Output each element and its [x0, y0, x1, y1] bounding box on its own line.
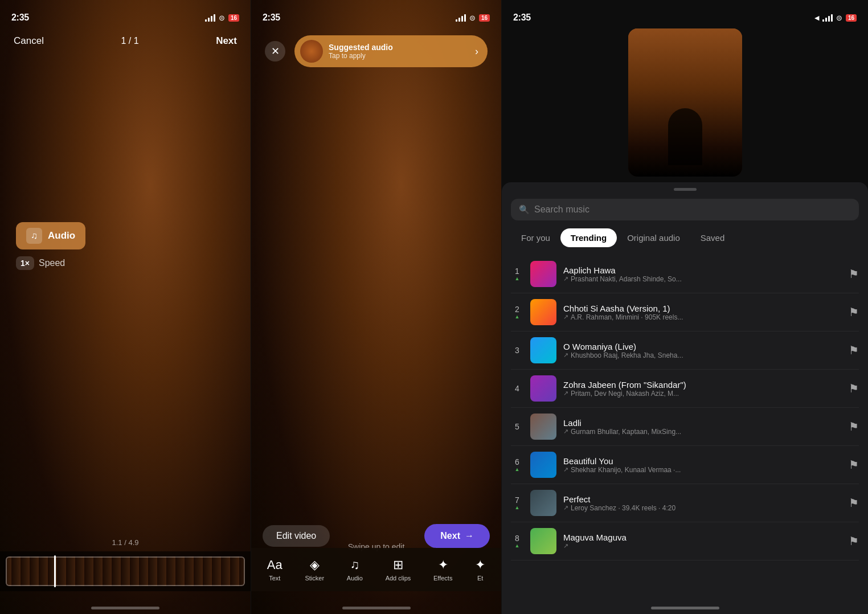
edit-bar: Edit video Next → [251, 524, 501, 548]
song-title: Zohra Jabeen (From "Sikandar") [563, 380, 842, 390]
cancel-button[interactable]: Cancel [14, 35, 44, 47]
song-item-6[interactable]: 6 ▲ Beautiful You ↗ Shekhar Khanijo, Kun… [511, 446, 859, 484]
song-item-8[interactable]: 8 ▲ Maguva Maguva ↗ ⚑ [511, 522, 859, 560]
song-rank-group: 8 ▲ [511, 534, 523, 548]
panel2-battery-badge: 16 [479, 14, 490, 22]
song-title: Maguva Maguva [563, 533, 842, 542]
song-title: Aaplich Hawa [563, 265, 842, 275]
toolbar-more[interactable]: ✦ Et [475, 558, 485, 582]
toolbar-add-clips[interactable]: ⊞ Add clips [386, 558, 411, 582]
next-arrow-icon: → [465, 531, 474, 541]
panel2-header: ✕ Suggested audio Tap to apply › [251, 30, 501, 73]
song-meta: ↗ Shekhar Khanijo, Kunaal Vermaa ·... [563, 466, 842, 474]
song-meta: ↗ Gurnam Bhullar, Kaptaan, MixSing... [563, 428, 842, 436]
song-meta: ↗ Pritam, Dev Negi, Nakash Aziz, M... [563, 390, 842, 398]
song-meta: ↗ [563, 542, 842, 550]
song-thumbnail [530, 528, 556, 554]
tab-original-audio[interactable]: Original audio [617, 228, 690, 247]
song-rank-group: 4 [511, 384, 523, 393]
song-trend-icon: ▲ [515, 314, 520, 320]
song-info: Maguva Maguva ↗ [563, 533, 842, 550]
counter-label: 1 / 1 [121, 36, 138, 46]
effects-icon: ✦ [438, 558, 448, 572]
search-bar[interactable]: 🔍 Search music [511, 199, 859, 220]
song-meta-text: Pritam, Dev Negi, Nakash Aziz, M... [571, 390, 679, 398]
song-bookmark-icon[interactable]: ⚑ [849, 382, 859, 395]
timeline[interactable] [0, 551, 251, 591]
tab-saved[interactable]: Saved [690, 228, 735, 247]
search-input[interactable]: Search music [534, 204, 589, 215]
panel2-status-icons: ⊜ 16 [456, 14, 490, 22]
song-item-4[interactable]: 4 Zohra Jabeen (From "Sikandar") ↗ Prita… [511, 370, 859, 408]
song-item-3[interactable]: 3 O Womaniya (Live) ↗ Khushboo Raaj, Rek… [511, 331, 859, 370]
song-title: O Womaniya (Live) [563, 342, 842, 351]
timeline-strip[interactable] [6, 556, 245, 586]
song-rank-group: 1 ▲ [511, 267, 523, 281]
song-title: Ladli [563, 418, 842, 428]
song-meta-arrow-icon: ↗ [563, 351, 568, 359]
tab-trending[interactable]: Trending [560, 228, 617, 247]
panel2-status-bar: 2:35 ⊜ 16 [251, 0, 501, 28]
song-meta: ↗ Leroy Sanchez · 39.4K reels · 4:20 [563, 504, 842, 512]
suggested-audio-title: Suggested audio [329, 43, 469, 52]
audio-toolbar-icon: ♫ [350, 558, 360, 572]
suggested-text-group: Suggested audio Tap to apply [329, 43, 469, 60]
music-tabs: For you Trending Original audio Saved [502, 228, 868, 247]
panel3-signal-icon [822, 14, 833, 22]
battery-badge: 16 [228, 14, 239, 22]
song-rank: 5 [515, 422, 519, 431]
suggested-audio-pill[interactable]: Suggested audio Tap to apply › [294, 35, 488, 67]
song-title: Beautiful You [563, 456, 842, 466]
suggested-audio-thumb [300, 40, 323, 63]
song-bookmark-icon[interactable]: ⚑ [849, 305, 859, 319]
song-bookmark-icon[interactable]: ⚑ [849, 496, 859, 510]
toolbar-effects[interactable]: ✦ Effects [433, 558, 452, 582]
speed-button[interactable]: 1× Speed [16, 256, 65, 270]
song-item-1[interactable]: 1 ▲ Aaplich Hawa ↗ Prashant Nakti, Adars… [511, 255, 859, 293]
song-info: Ladli ↗ Gurnam Bhullar, Kaptaan, MixSing… [563, 418, 842, 436]
toolbar-text[interactable]: Aa Text [267, 558, 282, 582]
song-meta-text: Khushboo Raaj, Rekha Jha, Sneha... [571, 351, 683, 359]
song-bookmark-icon[interactable]: ⚑ [849, 420, 859, 433]
song-thumbnail [530, 375, 556, 402]
video-preview [628, 28, 742, 177]
song-rank: 3 [515, 346, 519, 355]
speed-badge: 1× [16, 256, 34, 270]
song-meta-text: A.R. Rahman, Minmini · 905K reels... [571, 313, 683, 321]
song-bookmark-icon[interactable]: ⚑ [849, 343, 859, 357]
song-meta-arrow-icon: ↗ [563, 275, 568, 283]
song-thumbnail [530, 452, 556, 478]
panel1-header: Cancel 1 / 1 Next [0, 30, 251, 52]
next-button[interactable]: Next [216, 35, 237, 47]
tab-for-you[interactable]: For you [511, 228, 560, 247]
song-thumbnail [530, 299, 556, 325]
search-icon: 🔍 [519, 204, 530, 215]
song-meta-text: Prashant Nakti, Adarsh Shinde, So... [571, 275, 682, 283]
panel2-next-label: Next [440, 531, 460, 541]
song-meta: ↗ A.R. Rahman, Minmini · 905K reels... [563, 313, 842, 321]
song-bookmark-icon[interactable]: ⚑ [849, 458, 859, 472]
song-meta-text: Gurnam Bhullar, Kaptaan, MixSing... [571, 428, 681, 436]
panel3-battery-badge: 16 [846, 14, 857, 22]
song-bookmark-icon[interactable]: ⚑ [849, 267, 859, 281]
toolbar-audio[interactable]: ♫ Audio [347, 558, 363, 582]
song-item-5[interactable]: 5 Ladli ↗ Gurnam Bhullar, Kaptaan, MixSi… [511, 408, 859, 446]
song-bookmark-icon[interactable]: ⚑ [849, 534, 859, 548]
panel-3: 2:35 ◀ ⊜ 16 🔍 Search music For you [501, 0, 868, 614]
audio-button[interactable]: ♫ Audio [16, 222, 85, 249]
song-rank: 6 [515, 457, 519, 466]
panel2-next-button[interactable]: Next → [424, 524, 490, 548]
more-icon: ✦ [475, 558, 485, 572]
song-rank-group: 6 ▲ [511, 457, 523, 472]
song-item-7[interactable]: 7 ▲ Perfect ↗ Leroy Sanchez · 39.4K reel… [511, 484, 859, 522]
song-meta-arrow-icon: ↗ [563, 313, 568, 321]
song-meta-arrow-icon: ↗ [563, 466, 568, 473]
song-item-2[interactable]: 2 ▲ Chhoti Si Aasha (Version, 1) ↗ A.R. … [511, 293, 859, 331]
song-meta-arrow-icon: ↗ [563, 390, 568, 397]
panel3-status-icons: ◀ ⊜ 16 [814, 14, 857, 22]
close-button[interactable]: ✕ [265, 41, 285, 62]
edit-video-button[interactable]: Edit video [263, 525, 330, 547]
toolbar-sticker[interactable]: ◈ Sticker [305, 558, 324, 582]
toolbar-add-clips-label: Add clips [386, 575, 411, 582]
suggested-audio-subtitle: Tap to apply [329, 52, 469, 60]
